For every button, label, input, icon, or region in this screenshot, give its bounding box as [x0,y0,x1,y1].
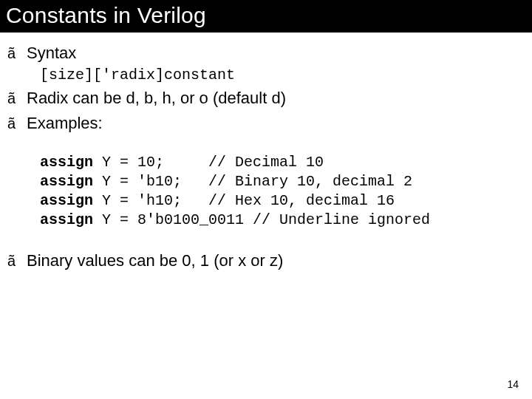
bullet-examples: ã Examples: [7,113,525,134]
bullet-marker-icon: ã [7,43,27,64]
bullet-syntax: ã Syntax [7,43,525,64]
keyword: assign [40,192,93,209]
keyword: assign [40,154,93,171]
code-line-3: assign Y = 'h10; // Hex 10, decimal 16 [40,191,525,211]
bullet-text: Binary values can be 0, 1 (or x or z) [27,250,283,271]
code-rest: Y = 'b10; // Binary 10, decimal 2 [93,173,412,190]
bullet-marker-icon: ã [7,113,27,134]
bullet-radix: ã Radix can be d, b, h, or o (default d) [7,88,525,109]
code-line-4: assign Y = 8'b0100_0011 // Underline ign… [40,211,525,230]
bullet-marker-icon: ã [7,88,27,109]
bullet-binary: ã Binary values can be 0, 1 (or x or z) [7,250,525,271]
code-rest: Y = 8'b0100_0011 // Underline ignored [93,211,430,228]
syntax-code: [size]['radix]constant [40,66,525,83]
code-line-1: assign Y = 10; // Decimal 10 [40,153,525,172]
page-number: 14 [507,378,519,390]
code-rest: Y = 'h10; // Hex 10, decimal 16 [93,192,395,209]
bullet-text: Radix can be d, b, h, or o (default d) [27,88,286,109]
keyword: assign [40,173,93,190]
code-line-2: assign Y = 'b10; // Binary 10, decimal 2 [40,172,525,191]
code-block: assign Y = 10; // Decimal 10 assign Y = … [40,153,525,230]
bullet-text: Syntax [27,43,76,64]
slide-title: Constants in Verilog [0,0,532,33]
code-rest: Y = 10; // Decimal 10 [93,154,324,171]
bullet-marker-icon: ã [7,250,27,271]
bullet-text: Examples: [27,113,103,134]
slide-content: ã Syntax [size]['radix]constant ã Radix … [0,33,532,271]
keyword: assign [40,211,93,228]
